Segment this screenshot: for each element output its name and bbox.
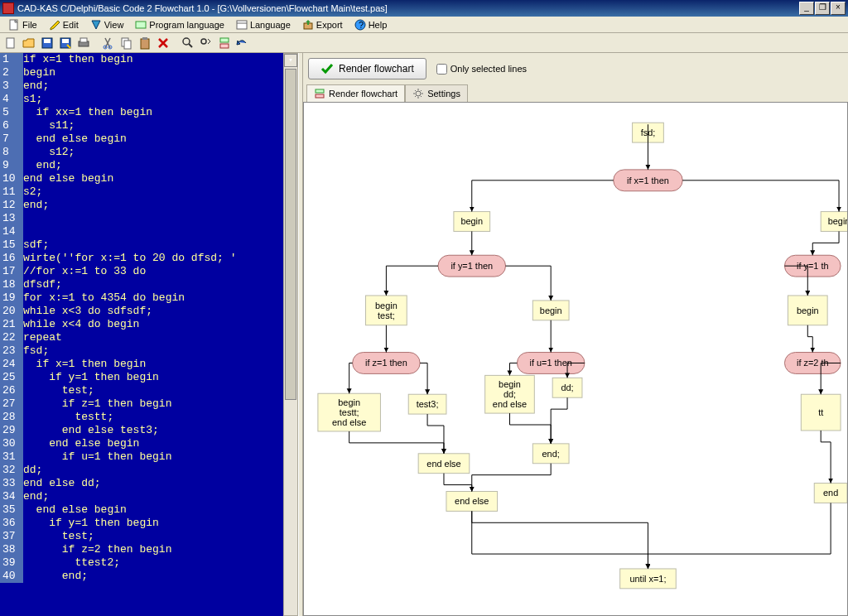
close-button[interactable]: × bbox=[831, 2, 846, 15]
only-selected-input[interactable] bbox=[436, 64, 447, 75]
tool-paste[interactable] bbox=[137, 36, 152, 51]
tab-render-flowchart[interactable]: Render flowchart bbox=[306, 84, 405, 102]
title-text: CAD-KAS C/Delphi/Basic Code 2 Flowchart … bbox=[17, 3, 388, 13]
language-icon bbox=[236, 19, 248, 31]
svg-text:begin: begin bbox=[540, 306, 562, 315]
tab-settings[interactable]: Settings bbox=[405, 84, 468, 102]
svg-rect-23 bbox=[220, 44, 229, 48]
saveas-icon bbox=[59, 36, 72, 50]
main-area: 1234567891011121314151617181920212223242… bbox=[0, 53, 848, 616]
toolbar bbox=[0, 33, 848, 53]
svg-text:end: end bbox=[823, 488, 838, 498]
svg-text:dd;: dd; bbox=[561, 383, 573, 392]
svg-text:dd;: dd; bbox=[504, 389, 516, 399]
svg-text:end else: end else bbox=[426, 459, 460, 469]
svg-text:if z=1 then: if z=1 then bbox=[365, 358, 407, 368]
file-icon bbox=[8, 19, 20, 31]
tool-copy[interactable] bbox=[119, 36, 134, 51]
tool-delete[interactable] bbox=[156, 36, 171, 51]
settings-icon bbox=[412, 88, 424, 99]
svg-rect-1 bbox=[136, 22, 146, 28]
undo-icon bbox=[236, 36, 249, 50]
svg-text:begin: begin bbox=[338, 397, 360, 407]
tool-find[interactable] bbox=[181, 36, 195, 51]
code-scrollbar-v[interactable]: ▴ ▾ bbox=[283, 53, 298, 616]
scroll-thumb-v[interactable] bbox=[285, 69, 296, 400]
tool-open[interactable] bbox=[22, 36, 36, 51]
svg-text:begin: begin bbox=[499, 379, 521, 389]
export-icon bbox=[302, 19, 314, 31]
svg-rect-17 bbox=[124, 41, 131, 49]
svg-text:end else: end else bbox=[332, 417, 366, 427]
window-buttons: _ ❐ × bbox=[799, 2, 846, 15]
svg-text:?: ? bbox=[359, 20, 364, 30]
svg-text:begin: begin bbox=[797, 306, 819, 315]
svg-rect-2 bbox=[237, 21, 247, 29]
menu-file[interactable]: File bbox=[3, 17, 42, 32]
tool-saveas[interactable] bbox=[58, 36, 73, 51]
tabs: Render flowchart Settings bbox=[303, 84, 848, 102]
render-icon bbox=[218, 36, 231, 50]
scroll-down-button[interactable]: ▾ bbox=[284, 54, 297, 67]
code-editor[interactable]: 1234567891011121314151617181920212223242… bbox=[0, 53, 298, 616]
print-icon bbox=[77, 36, 90, 50]
svg-rect-24 bbox=[316, 89, 324, 93]
svg-text:if y=1 then: if y=1 then bbox=[450, 261, 493, 271]
svg-text:begin: begin bbox=[375, 301, 398, 310]
tool-undo[interactable] bbox=[235, 36, 250, 51]
menu-help[interactable]: ?Help bbox=[349, 17, 393, 32]
svg-point-21 bbox=[201, 39, 206, 44]
check-icon bbox=[320, 62, 334, 75]
cut-icon bbox=[102, 36, 115, 50]
svg-text:test;: test; bbox=[378, 310, 395, 320]
svg-text:begin: begin bbox=[460, 216, 483, 226]
svg-text:testt;: testt; bbox=[340, 407, 359, 417]
svg-text:if x=1 then: if x=1 then bbox=[627, 176, 669, 185]
svg-text:end;: end; bbox=[542, 449, 560, 459]
svg-rect-11 bbox=[62, 39, 69, 43]
minimize-button[interactable]: _ bbox=[799, 2, 814, 15]
open-icon bbox=[22, 36, 36, 50]
menu-language[interactable]: Language bbox=[231, 17, 296, 32]
menubar: File Edit View Program language Language… bbox=[0, 17, 848, 33]
svg-rect-13 bbox=[80, 38, 87, 42]
find-icon bbox=[181, 36, 195, 50]
svg-text:test3;: test3; bbox=[417, 399, 439, 409]
svg-text:end else: end else bbox=[493, 399, 527, 409]
svg-text:begin: begin bbox=[828, 216, 847, 226]
view-icon bbox=[90, 19, 102, 31]
svg-rect-19 bbox=[142, 37, 147, 40]
flowchart-canvas[interactable]: fsd;if x=1 thenbeginif y=1 thenbegintest… bbox=[303, 102, 848, 616]
replace-icon bbox=[200, 36, 213, 50]
tool-replace[interactable] bbox=[199, 36, 214, 51]
right-pane: Render flowchart Only selected lines Ren… bbox=[303, 53, 848, 616]
svg-rect-22 bbox=[220, 38, 229, 42]
line-gutter: 1234567891011121314151617181920212223242… bbox=[0, 53, 23, 583]
titlebar: CAD-KAS C/Delphi/Basic Code 2 Flowchart … bbox=[0, 0, 848, 17]
menu-edit[interactable]: Edit bbox=[44, 17, 84, 32]
copy-icon bbox=[120, 36, 133, 50]
render-bar: Render flowchart Only selected lines bbox=[303, 53, 848, 84]
tool-print[interactable] bbox=[76, 36, 91, 51]
menu-view[interactable]: View bbox=[85, 17, 129, 32]
svg-rect-18 bbox=[141, 39, 149, 49]
tool-render[interactable] bbox=[217, 36, 232, 51]
tool-save[interactable] bbox=[40, 36, 55, 51]
svg-text:tt: tt bbox=[818, 407, 823, 417]
menu-export[interactable]: Export bbox=[297, 17, 348, 32]
only-selected-checkbox[interactable]: Only selected lines bbox=[436, 64, 527, 75]
svg-text:end else: end else bbox=[455, 496, 489, 506]
maximize-button[interactable]: ❐ bbox=[815, 2, 830, 15]
help-icon: ? bbox=[354, 19, 366, 31]
svg-text:if u=1 then: if u=1 then bbox=[530, 358, 572, 368]
render-button[interactable]: Render flowchart bbox=[308, 58, 426, 79]
svg-point-20 bbox=[183, 38, 190, 45]
code-text[interactable]: if x=1 then beginbeginend;s1; if xx=1 th… bbox=[23, 53, 298, 583]
delete-icon bbox=[157, 36, 170, 50]
tool-new[interactable] bbox=[3, 36, 18, 51]
svg-rect-25 bbox=[316, 94, 324, 98]
app-icon bbox=[2, 2, 14, 14]
tool-cut[interactable] bbox=[101, 36, 116, 51]
svg-rect-7 bbox=[7, 38, 14, 48]
menu-program-language[interactable]: Program language bbox=[130, 17, 229, 32]
